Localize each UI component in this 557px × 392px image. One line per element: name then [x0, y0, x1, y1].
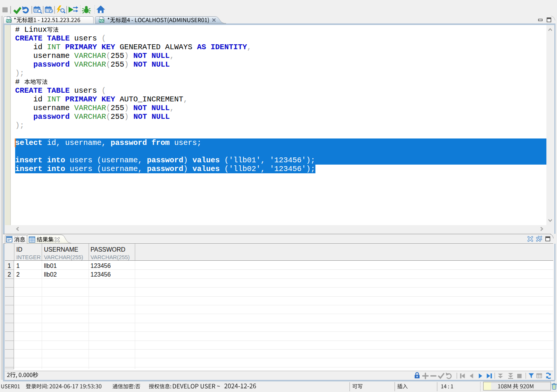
- svg-text:SQL: SQL: [99, 19, 104, 22]
- svg-text:SQL: SQL: [6, 19, 11, 22]
